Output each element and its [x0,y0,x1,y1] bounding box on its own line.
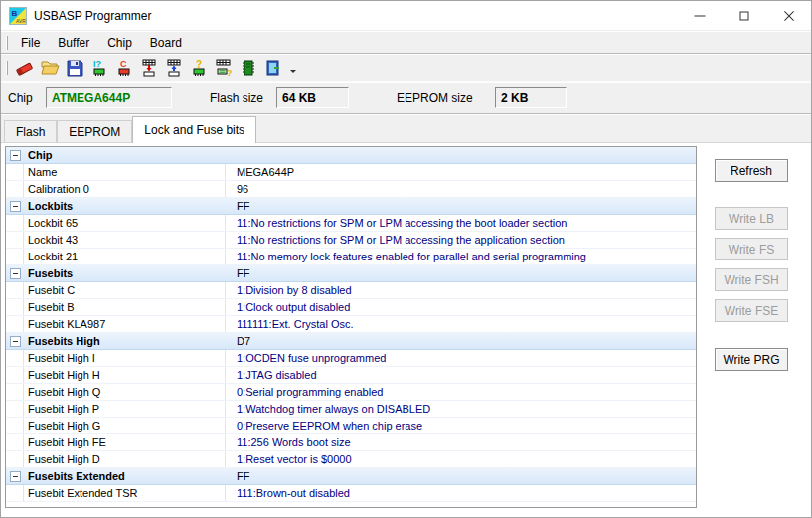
svg-text:C: C [120,59,127,69]
row-gutter [6,147,24,163]
fuse-row[interactable]: Fusebit High FE11:256 Words boot size [6,434,696,451]
row-gutter [6,485,24,501]
write-fs-button[interactable]: Write FS [715,238,788,260]
tab-lock-and-fuse-bits[interactable]: Lock and Fuse bits [132,116,256,143]
tab-eeprom[interactable]: EEPROM [57,120,132,142]
fuse-row-label: Fusebit High Q [24,384,226,400]
chip-button[interactable] [237,56,260,80]
fuse-row[interactable]: Lockbit 6511:No restrictions for SPM or … [6,215,696,232]
row-gutter [6,265,24,281]
fuse-row-value [226,147,696,163]
fuse-row[interactable]: Fusebit C1:Division by 8 disabled [6,282,696,299]
calibration-button[interactable]: C [112,56,136,80]
menu-bar: FileBufferChipBoard [1,32,811,54]
minimize-button[interactable] [677,1,722,31]
fuse-row-value: 1:Division by 8 disabled [226,282,696,298]
collapse-toggle-icon[interactable] [10,268,21,279]
tab-flash[interactable]: Flash [4,120,57,142]
fuse-group-row[interactable]: LockbitsFF [6,198,696,215]
fuse-row-label: Fusebit High D [24,451,226,467]
save-file-button[interactable] [63,56,86,80]
write-fsh-button[interactable]: Write FSH [715,268,788,291]
fuse-row[interactable]: Lockbit 2111:No memory lock features ena… [6,249,696,265]
fuse-row[interactable]: Fusebit KLA987111111:Ext. Crystal Osc. [6,316,696,333]
fuse-table: ChipNameMEGA644PCalibration 096LockbitsF… [5,146,697,508]
row-gutter [6,232,24,248]
fuse-row-value: 1:Clock output disabled [226,299,696,315]
toolbar-buttons: I?C?? [13,56,300,80]
row-gutter [6,164,24,180]
write-flash-button[interactable] [137,56,161,80]
fuse-row[interactable]: Calibration 096 [6,181,696,198]
overflow-arrow-button[interactable] [286,56,299,80]
row-gutter [6,299,24,315]
fuse-row[interactable]: Fusebit High I1:OCDEN fuse unprogrammed [6,350,696,367]
open-file-icon [40,58,60,78]
chip-icon [239,58,258,78]
menu-item-buffer[interactable]: Buffer [49,33,98,53]
fuse-row[interactable]: Fusebit High P1:Watchdog timer always on… [6,401,696,418]
collapse-toggle-icon[interactable] [10,336,21,347]
collapse-toggle-icon[interactable] [10,201,21,212]
erase-chip-icon [15,58,35,78]
row-gutter [6,282,24,298]
open-file-button[interactable] [38,56,62,80]
write-lb-button[interactable]: Write LB [715,207,788,230]
fuse-row[interactable]: Fusebit High G0:Preserve EEPROM when chi… [6,418,696,434]
refresh-button[interactable]: Refresh [715,159,788,182]
toolbar: I?C?? [1,55,811,82]
collapse-toggle-icon[interactable] [10,471,21,482]
verify-flash-button[interactable]: ? [187,56,211,80]
fuse-row-value: 111111:Ext. Crystal Osc. [226,316,696,332]
fuse-row[interactable]: Fusebit High H1:JTAG disabled [6,367,696,384]
chip-info-button[interactable]: I? [87,56,111,80]
row-gutter [6,249,24,264]
fuse-row-label: Fusebit High FE [24,434,226,450]
flash-size-label: Flash size [210,91,263,105]
menu-item-board[interactable]: Board [141,33,191,53]
maximize-button[interactable] [722,1,766,31]
erase-chip-button[interactable] [13,56,37,80]
fuse-row-value: 1:OCDEN fuse unprogrammed [226,350,696,366]
fuse-row-label: Fusebit KLA987 [24,316,226,332]
fuse-row[interactable]: Lockbit 4311:No restrictions for SPM or … [6,232,696,249]
fuse-row-label: Lockbit 43 [24,232,226,248]
fuse-row[interactable]: Fusebit High D1:Reset vector is $0000 [6,451,696,468]
row-gutter [6,418,24,433]
fuse-row-value: FF [226,265,696,281]
read-flash-button[interactable] [162,56,186,80]
fuse-group-row[interactable]: Fusebits ExtendedFF [6,468,696,485]
chip-info-icon: I? [89,58,109,78]
read-flash-icon [164,58,184,78]
fuse-row[interactable]: Fusebit B1:Clock output disabled [6,299,696,316]
fuse-row-label: Calibration 0 [24,181,226,197]
write-fse-button[interactable]: Write FSE [715,299,788,322]
row-gutter [6,384,24,400]
fuse-row[interactable]: Fusebit High Q0:Serial programming enabl… [6,384,696,401]
compare-flash-button[interactable]: ? [212,56,236,80]
exit-button[interactable] [261,56,285,80]
write-prg-button[interactable]: Write PRG [715,348,788,371]
fuse-row-value: MEGA644P [226,164,696,180]
svg-text:?: ? [227,68,233,78]
fuse-row-label: Fusebit High H [24,367,226,383]
window-title: USBASP Programmer [34,9,151,23]
fuse-row-label: Name [24,164,226,180]
overflow-arrow-icon [288,58,298,78]
fuse-row-value: FF [226,468,696,484]
tab-strip: FlashEEPROMLock and Fuse bits [1,115,811,143]
fuse-row[interactable]: Fusebit Extended TSR111:Brown-out disabl… [6,485,696,502]
menu-item-chip[interactable]: Chip [98,33,141,53]
fuse-row-value: 1:Watchdog timer always on DISABLED [226,401,696,417]
collapse-toggle-icon[interactable] [10,150,21,161]
fuse-group-row[interactable]: Chip [6,147,696,164]
row-gutter [6,333,24,349]
row-gutter [6,350,24,366]
compare-flash-icon: ? [214,58,234,78]
fuse-row[interactable]: NameMEGA644P [6,164,696,181]
fuse-group-row[interactable]: FusebitsFF [6,265,696,282]
fuse-group-row[interactable]: Fusebits HighD7 [6,333,696,350]
row-gutter [6,367,24,383]
menu-item-file[interactable]: File [12,33,49,53]
close-button[interactable] [766,1,811,31]
